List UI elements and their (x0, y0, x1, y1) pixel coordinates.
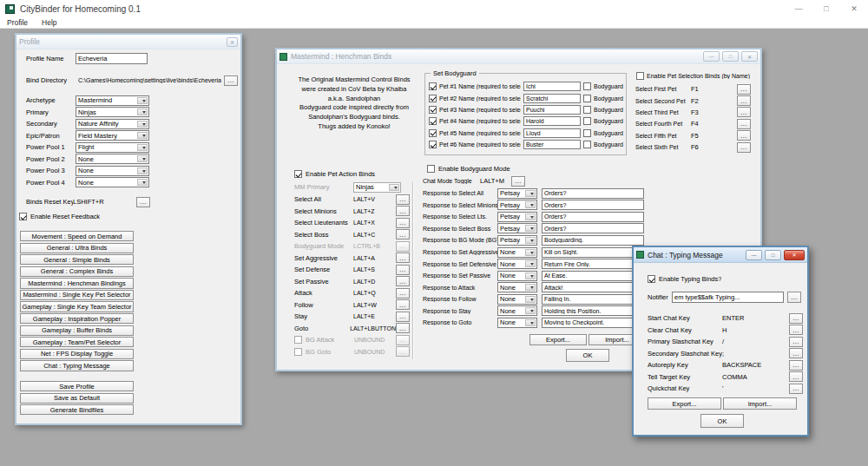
pet-enable-checkbox[interactable] (429, 95, 437, 102)
pet-bodyguard-checkbox[interactable] (583, 117, 591, 125)
minimize-icon[interactable]: — (746, 250, 762, 260)
close-icon[interactable]: ✕ (840, 0, 868, 17)
pet-bodyguard-checkbox[interactable] (583, 82, 591, 90)
chat-key-edit-button[interactable]: ... (789, 384, 803, 394)
response-mode-dropdown[interactable]: None (497, 259, 537, 269)
action-bind-edit-button[interactable]: ... (396, 218, 410, 228)
enable-pet-selection-checkbox[interactable] (636, 72, 644, 80)
chat-key-edit-button[interactable]: ... (789, 371, 803, 382)
action-bind-edit-button[interactable]: ... (396, 323, 410, 333)
chat-key-edit-button[interactable]: ... (789, 348, 803, 358)
pet-bodyguard-checkbox[interactable] (583, 129, 591, 137)
response-text-input[interactable] (542, 282, 644, 292)
bind-module-button[interactable]: General : Complex Binds (20, 266, 134, 277)
ok-button[interactable]: OK (566, 349, 609, 362)
response-mode-dropdown[interactable]: Petsay (497, 223, 537, 233)
response-text-input[interactable] (542, 318, 644, 328)
response-text-input[interactable] (542, 212, 644, 222)
profile-action-button[interactable]: Save as Default (20, 393, 134, 404)
enable-reset-feedback-checkbox[interactable] (19, 213, 27, 220)
pet-enable-checkbox[interactable] (429, 106, 437, 114)
bind-module-button[interactable]: General : Simple Binds (20, 254, 134, 265)
response-mode-dropdown[interactable]: None (497, 294, 537, 305)
bind-module-button[interactable]: Gameplay : Buffer Binds (20, 325, 134, 336)
profile-name-input[interactable] (76, 53, 148, 64)
action-bind-edit-button[interactable]: ... (396, 312, 410, 322)
response-text-input[interactable] (542, 271, 644, 281)
menu-item[interactable]: Help (35, 18, 63, 27)
bg-bind-checkbox[interactable] (294, 348, 302, 356)
pet-select-key-edit-button[interactable]: ... (737, 142, 751, 153)
response-mode-dropdown[interactable]: None (497, 247, 537, 258)
action-bind-edit-button[interactable]: ... (396, 229, 410, 240)
binds-reset-key-edit-button[interactable]: ... (136, 197, 150, 207)
powerset-dropdown[interactable]: None (76, 154, 149, 164)
pet-name-input[interactable] (523, 105, 581, 115)
close-icon[interactable]: ✕ (227, 37, 238, 47)
export-button[interactable]: Export... (648, 397, 721, 410)
response-text-input[interactable] (542, 235, 644, 246)
notifier-edit-button[interactable]: ... (787, 292, 801, 303)
action-bind-edit-button[interactable]: ... (396, 206, 410, 216)
action-bind-edit-button[interactable]: ... (396, 265, 410, 275)
powerset-dropdown[interactable]: Flight (76, 142, 149, 153)
pet-name-input[interactable] (523, 128, 581, 138)
bind-module-button[interactable]: Gameplay : Team/Pet Selector (20, 337, 134, 347)
profile-action-button[interactable]: Generate Bindfiles (20, 404, 134, 415)
bind-module-button[interactable]: Gameplay : Single Key Team Selector (20, 301, 134, 312)
enable-pet-action-binds-checkbox[interactable] (294, 170, 302, 178)
pet-select-key-edit-button[interactable]: ... (737, 119, 751, 129)
powerset-dropdown[interactable]: Field Mastery (76, 130, 149, 141)
bind-module-button[interactable]: Chat : Typing Message (20, 360, 134, 371)
pet-select-key-edit-button[interactable]: ... (737, 107, 751, 117)
minimize-icon[interactable]: — (703, 51, 720, 62)
maximize-icon[interactable]: □ (765, 250, 781, 260)
powerset-dropdown[interactable]: None (76, 166, 149, 176)
pet-select-key-edit-button[interactable]: ... (737, 95, 751, 106)
response-text-input[interactable] (542, 305, 644, 316)
pet-bodyguard-checkbox[interactable] (583, 106, 591, 114)
pet-enable-checkbox[interactable] (429, 117, 437, 125)
powerset-dropdown[interactable]: Nature Affinity (76, 119, 149, 129)
bind-module-button[interactable]: Net : FPS Display Toggle (20, 349, 134, 359)
action-bind-edit-button[interactable]: ... (396, 288, 410, 299)
powerset-dropdown[interactable]: Ninjas (76, 107, 149, 117)
mm-primary-dropdown[interactable]: Ninjas (353, 182, 401, 193)
maximize-icon[interactable]: □ (812, 0, 840, 17)
close-icon[interactable]: ✕ (741, 51, 758, 62)
response-mode-dropdown[interactable]: None (497, 318, 537, 328)
action-bind-edit-button[interactable]: ... (396, 194, 410, 205)
response-mode-dropdown[interactable]: Petsay (497, 188, 537, 199)
chat-key-edit-button[interactable]: ... (789, 360, 803, 371)
bg-bind-checkbox[interactable] (294, 336, 302, 344)
response-mode-dropdown[interactable]: None (497, 282, 537, 292)
menu-item[interactable]: Profile (0, 18, 35, 27)
ok-button[interactable]: OK (700, 414, 744, 428)
response-text-input[interactable] (542, 223, 644, 233)
action-bind-edit-button[interactable]: ... (396, 253, 410, 263)
pet-name-input[interactable] (523, 82, 581, 91)
response-mode-dropdown[interactable]: Petsay (497, 200, 537, 210)
pet-bodyguard-checkbox[interactable] (583, 141, 591, 148)
chat-mode-toggle-edit-button[interactable]: ... (511, 176, 525, 187)
response-mode-dropdown[interactable]: Petsay (497, 235, 537, 246)
bind-module-button[interactable]: Gameplay : Inspiration Popper (20, 313, 134, 324)
response-mode-dropdown[interactable]: None (497, 271, 537, 281)
response-text-input[interactable] (542, 294, 644, 305)
export-button[interactable]: Export... (529, 334, 587, 345)
action-bind-edit-button[interactable]: ... (396, 299, 410, 310)
bg-bind-edit-button[interactable]: ... (396, 346, 410, 357)
pet-select-key-edit-button[interactable]: ... (737, 84, 751, 95)
bg-bind-edit-button[interactable]: ... (396, 335, 410, 345)
profile-action-button[interactable]: Save Profile (20, 381, 134, 391)
pet-name-input[interactable] (523, 116, 581, 126)
bind-module-button[interactable]: Mastermind : Single Key Pet Selector (20, 290, 134, 300)
chat-key-edit-button[interactable]: ... (789, 313, 803, 324)
bind-directory-browse-button[interactable]: ... (224, 75, 238, 86)
response-text-input[interactable] (542, 259, 644, 269)
pet-enable-checkbox[interactable] (429, 82, 437, 90)
pet-enable-checkbox[interactable] (429, 141, 437, 148)
pet-enable-checkbox[interactable] (429, 129, 437, 137)
pet-select-key-edit-button[interactable]: ... (737, 130, 751, 141)
bind-module-button[interactable]: Movement : Speed on Demand (20, 231, 134, 241)
